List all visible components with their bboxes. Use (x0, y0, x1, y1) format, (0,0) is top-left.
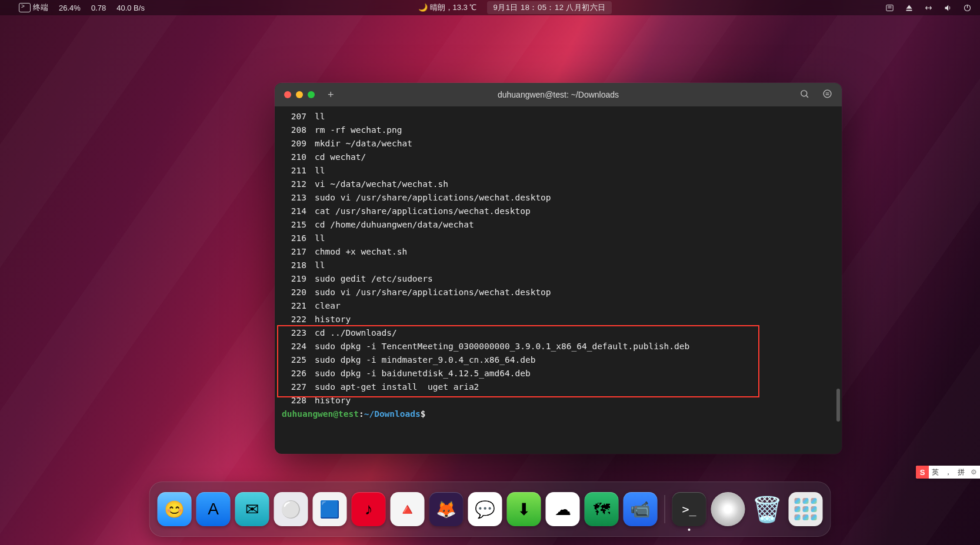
history-number: 215 (282, 218, 315, 232)
history-line: 213sudo vi /usr/share/applications/wecha… (282, 191, 835, 205)
prompt-path: ~/Downloads (364, 409, 421, 419)
history-command: ll (315, 110, 325, 123)
load-average[interactable]: 0.78 (91, 4, 106, 12)
ime-lang[interactable]: 英 (929, 467, 942, 477)
history-command: sudo dpkg -i TencentMeeting_0300000000_3… (315, 340, 689, 353)
terminal-window: + duhuangwen@test: ~/Downloads 207ll208r… (275, 83, 842, 454)
dock-app-netease-music[interactable]: ♪ (352, 492, 386, 526)
history-number: 216 (282, 232, 315, 245)
history-number: 208 (282, 123, 315, 137)
history-number: 211 (282, 164, 315, 178)
terminal-icon (19, 3, 31, 12)
history-line: 212vi ~/data/wechat/wechat.sh (282, 178, 835, 191)
ime-mode[interactable]: 拼 (955, 467, 968, 477)
history-number: 221 (282, 299, 315, 313)
dock-app-firefox[interactable]: 🦊 (429, 492, 464, 526)
weather-widget[interactable]: 🌙 晴朗，13.3 ℃ (418, 2, 477, 13)
svg-point-3 (801, 90, 807, 96)
prompt-user: duhuangwen@test (282, 409, 359, 419)
close-button[interactable] (284, 91, 291, 98)
sync-icon[interactable] (924, 4, 933, 12)
history-command: ll (315, 259, 325, 272)
history-number: 227 (282, 380, 315, 394)
clock[interactable]: 9月1日 18：05：12 八月初六日 (487, 1, 612, 14)
prompt-line[interactable]: duhuangwen@test:~/Downloads$ (282, 407, 835, 421)
traffic-lights (284, 91, 315, 98)
menubar: 终端 26.4% 0.78 40.0 B/s 🌙 晴朗，13.3 ℃ 9月1日 … (0, 0, 980, 15)
scrollbar-thumb[interactable] (836, 389, 840, 422)
history-number: 207 (282, 110, 315, 123)
history-line: 216ll (282, 232, 835, 245)
dock-app-disc[interactable] (711, 492, 745, 526)
dock-app-trash[interactable]: 🗑️ (750, 492, 784, 526)
dock-app-vlc[interactable]: 🔺 (391, 492, 425, 526)
ime-indicator[interactable]: S 英 ， 拼 ⚙ (916, 466, 980, 479)
history-number: 214 (282, 205, 315, 218)
history-number: 213 (282, 191, 315, 205)
dock-app-terminal[interactable]: >_ (672, 492, 706, 526)
history-line: 219sudo gedit /etc/sudoers (282, 272, 835, 286)
dock-app-control-center[interactable]: ⚪ (274, 492, 308, 526)
history-line: 214cat /usr/share/applications/wechat.de… (282, 205, 835, 218)
history-command: sudo gedit /etc/sudoers (315, 272, 433, 286)
history-line: 208rm -rf wechat.png (282, 123, 835, 137)
cpu-usage[interactable]: 26.4% (59, 4, 81, 12)
minimize-button[interactable] (296, 91, 303, 98)
dock-app-tencent-meeting[interactable]: 📹 (624, 492, 658, 526)
history-line: 224sudo dpkg -i TencentMeeting_030000000… (282, 340, 835, 353)
dock-app-edge[interactable]: 🟦 (313, 492, 347, 526)
history-number: 219 (282, 272, 315, 286)
active-app-label: 终端 (33, 2, 48, 13)
history-line: 221clear (282, 299, 835, 313)
history-command: mkdir ~/data/wechat (315, 137, 412, 151)
history-command: cat /usr/share/applications/wechat.deskt… (315, 205, 531, 218)
history-line: 215cd /home/duhuangwen/data/wechat (282, 218, 835, 232)
history-command: sudo vi /usr/share/applications/wechat.d… (315, 191, 551, 205)
window-titlebar[interactable]: + duhuangwen@test: ~/Downloads (275, 83, 842, 106)
history-number: 222 (282, 313, 315, 326)
network-speed[interactable]: 40.0 B/s (116, 4, 145, 12)
history-command: ll (315, 164, 325, 178)
new-tab-button[interactable]: + (328, 89, 334, 100)
history-line: 228history (282, 394, 835, 407)
search-icon[interactable] (799, 89, 809, 101)
history-number: 217 (282, 245, 315, 259)
history-line: 217chmod +x wechat.sh (282, 245, 835, 259)
dock-app-launchpad[interactable] (789, 492, 823, 526)
history-number: 228 (282, 394, 315, 407)
volume-icon[interactable] (944, 4, 952, 12)
history-number: 223 (282, 326, 315, 340)
history-line: 211ll (282, 164, 835, 178)
dock-app-mindmaster[interactable]: 🗺 (585, 492, 619, 526)
history-command: chmod +x wechat.sh (315, 245, 407, 259)
history-command: sudo dpkg -i baidunetdisk_4.12.5_amd64.d… (315, 367, 531, 380)
history-command: history (315, 313, 351, 326)
history-command: cd ../Downloads/ (315, 326, 397, 340)
dock: 😊A✉⚪🟦♪🔺🦊💬⬇☁🗺📹>_🗑️ (149, 482, 831, 537)
history-command: rm -rf wechat.png (315, 123, 402, 137)
history-line: 220sudo vi /usr/share/applications/wecha… (282, 286, 835, 299)
active-app-name[interactable]: 终端 (19, 2, 48, 13)
svg-rect-1 (906, 9, 912, 11)
svg-point-4 (824, 90, 831, 98)
prompt-sep: : (359, 409, 364, 419)
dock-app-downloads[interactable]: ⬇ (507, 492, 541, 526)
input-source-icon[interactable] (885, 4, 894, 12)
dock-app-baidu-netdisk[interactable]: ☁ (546, 492, 580, 526)
zoom-button[interactable] (308, 91, 315, 98)
terminal-body[interactable]: 207ll208rm -rf wechat.png209mkdir ~/data… (275, 106, 842, 454)
dock-app-finder[interactable]: 😊 (158, 492, 192, 526)
history-command: cd /home/duhuangwen/data/wechat (315, 218, 474, 232)
dock-app-wechat[interactable]: 💬 (468, 492, 502, 526)
ime-punct[interactable]: ， (942, 467, 955, 477)
eject-icon[interactable] (905, 4, 914, 12)
history-number: 209 (282, 137, 315, 151)
power-icon[interactable] (963, 4, 972, 12)
dock-app-mail[interactable]: ✉ (235, 492, 269, 526)
dock-app-app-store[interactable]: A (196, 492, 231, 526)
history-line: 210cd wechat/ (282, 151, 835, 164)
ime-settings-icon[interactable]: ⚙ (968, 468, 980, 476)
dock-separator (665, 495, 665, 523)
history-line: 223cd ../Downloads/ (282, 326, 835, 340)
menu-icon[interactable] (822, 89, 832, 101)
